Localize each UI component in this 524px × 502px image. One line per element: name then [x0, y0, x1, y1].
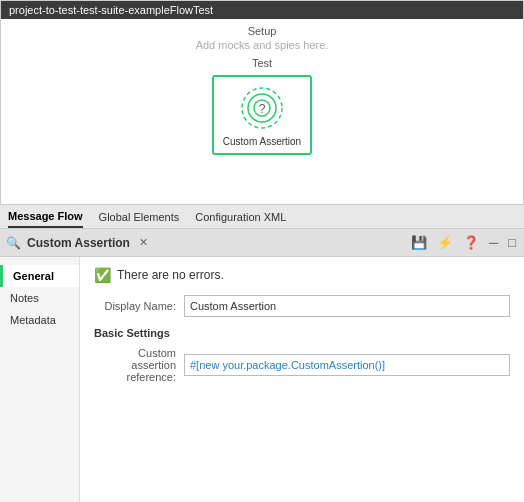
canvas-area: project-to-test-test-suite-exampleFlowTe… [0, 0, 524, 205]
assertion-ref-text: #[new your.package.CustomAssertion()] [190, 359, 385, 371]
minimize-icon[interactable]: ─ [487, 234, 500, 251]
flow-name: project-to-test-test-suite-exampleFlowTe… [9, 4, 213, 16]
search-icon: 🔍 [6, 236, 21, 250]
nav-item-metadata[interactable]: Metadata [0, 309, 79, 331]
display-name-label: Display Name: [94, 300, 184, 312]
nav-item-general[interactable]: General [0, 265, 79, 287]
panel-title-area: 🔍 Custom Assertion ✕ [6, 236, 151, 250]
test-label: Test [252, 57, 272, 69]
tab-message-flow[interactable]: Message Flow [8, 206, 83, 228]
panel-content: General Notes Metadata ✅ There are no er… [0, 257, 524, 502]
right-content: ✅ There are no errors. Display Name: Bas… [80, 257, 524, 502]
status-row: ✅ There are no errors. [94, 267, 510, 283]
status-text: There are no errors. [117, 268, 224, 282]
panel-icon-group: 💾 ⚡ ❓ ─ □ [409, 234, 518, 251]
tab-configuration-xml[interactable]: Configuration XML [195, 207, 286, 227]
maximize-icon[interactable]: □ [506, 234, 518, 251]
svg-text:?: ? [259, 102, 266, 116]
tabs-bar: Message Flow Global Elements Configurati… [0, 205, 524, 229]
filter-icon[interactable]: ⚡ [435, 234, 455, 251]
panel-area: 🔍 Custom Assertion ✕ 💾 ⚡ ❓ ─ □ General N… [0, 229, 524, 502]
tab-global-elements[interactable]: Global Elements [99, 207, 180, 227]
mocks-label: Add mocks and spies here. [196, 39, 329, 51]
nav-item-notes[interactable]: Notes [0, 287, 79, 309]
assertion-ref-value[interactable]: #[new your.package.CustomAssertion()] [184, 354, 510, 376]
display-name-row: Display Name: [94, 295, 510, 317]
flow-header: project-to-test-test-suite-exampleFlowTe… [1, 1, 523, 19]
setup-label: Setup [248, 25, 277, 37]
flow-body: Setup Add mocks and spies here. Test ? C… [1, 19, 523, 161]
display-name-input[interactable] [184, 295, 510, 317]
left-nav: General Notes Metadata [0, 257, 80, 502]
panel-toolbar: 🔍 Custom Assertion ✕ 💾 ⚡ ❓ ─ □ [0, 229, 524, 257]
close-panel-button[interactable]: ✕ [136, 236, 151, 249]
basic-settings-label: Basic Settings [94, 327, 510, 339]
save-icon[interactable]: 💾 [409, 234, 429, 251]
assertion-icon: ? [238, 84, 286, 132]
assertion-box[interactable]: ? Custom Assertion [212, 75, 312, 155]
assertion-ref-row: Custom assertion reference: #[new your.p… [94, 347, 510, 383]
status-icon: ✅ [94, 267, 111, 283]
help-icon[interactable]: ❓ [461, 234, 481, 251]
panel-title: Custom Assertion [27, 236, 130, 250]
canvas-assertion-label: Custom Assertion [223, 136, 301, 147]
assertion-ref-label: Custom assertion reference: [94, 347, 184, 383]
